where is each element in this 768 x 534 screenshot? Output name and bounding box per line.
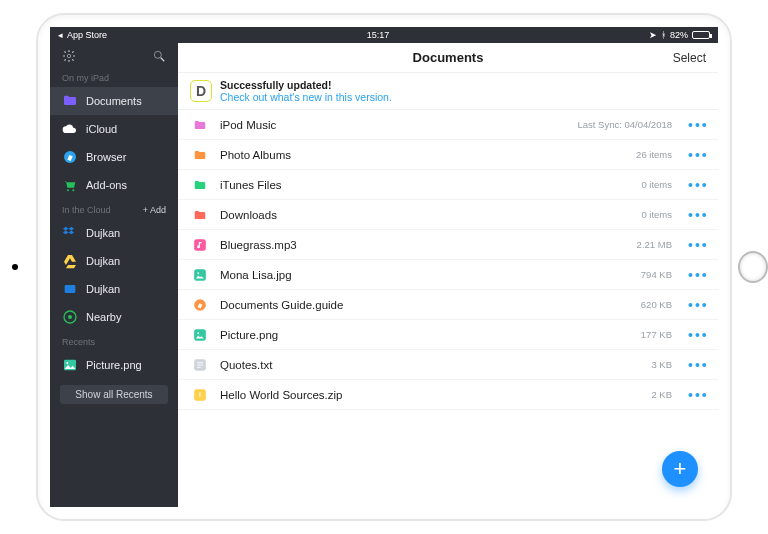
- file-row[interactable]: iPod Music Last Sync: 04/04/2018 •••: [178, 110, 718, 140]
- sidebar-item-label: Dujkan: [86, 227, 120, 239]
- folder-icon: [62, 93, 78, 109]
- sidebar-item-label: Nearby: [86, 311, 121, 323]
- file-name: Bluegrass.mp3: [220, 239, 627, 251]
- sidebar-item-dujkan[interactable]: Dujkan: [50, 219, 178, 247]
- backapp-icon: ◂: [58, 30, 63, 40]
- svg-point-5: [72, 189, 74, 191]
- status-bar: ◂ App Store 15:17 ➤ ᚼ 82%: [50, 27, 718, 43]
- battery-text: 82%: [670, 30, 688, 40]
- svg-point-16: [197, 332, 199, 334]
- file-row[interactable]: Documents Guide.guide 620 KB •••: [178, 290, 718, 320]
- svg-point-8: [68, 315, 72, 319]
- cloud-icon: [62, 121, 78, 137]
- svg-text:i: i: [199, 391, 201, 398]
- file-row[interactable]: Bluegrass.mp3 2.21 MB •••: [178, 230, 718, 260]
- zip-icon: i: [190, 385, 210, 405]
- status-left: App Store: [67, 30, 107, 40]
- sidebar-item-label: Dujkan: [86, 283, 120, 295]
- file-name: Quotes.txt: [220, 359, 641, 371]
- add-cloud-button[interactable]: + Add: [143, 205, 166, 215]
- audio-icon: [190, 235, 210, 255]
- more-button[interactable]: •••: [688, 177, 706, 193]
- file-meta: 0 items: [641, 209, 672, 220]
- svg-rect-12: [194, 269, 206, 281]
- cart-icon: [62, 177, 78, 193]
- drive-icon: [62, 253, 78, 269]
- sidebar-item-label: Browser: [86, 151, 126, 163]
- file-name: Mona Lisa.jpg: [220, 269, 631, 281]
- nearby-icon: [62, 309, 78, 325]
- file-row[interactable]: iTunes Files 0 items •••: [178, 170, 718, 200]
- more-button[interactable]: •••: [688, 357, 706, 373]
- sidebar-item-add-ons[interactable]: Add-ons: [50, 171, 178, 199]
- gear-icon[interactable]: [62, 49, 76, 63]
- main-panel: Documents Select D Successfully updated!…: [178, 43, 718, 507]
- sidebar-item-nearby[interactable]: Nearby: [50, 303, 178, 331]
- file-row[interactable]: Photo Albums 26 items •••: [178, 140, 718, 170]
- search-icon[interactable]: [152, 49, 166, 63]
- file-meta: 2.21 MB: [637, 239, 672, 250]
- ipad-frame: ◂ App Store 15:17 ➤ ᚼ 82%: [36, 13, 732, 521]
- file-row[interactable]: Picture.png 177 KB •••: [178, 320, 718, 350]
- file-name: iTunes Files: [220, 179, 631, 191]
- location-icon: ➤: [649, 30, 657, 40]
- more-button[interactable]: •••: [688, 297, 706, 313]
- file-meta: 26 items: [636, 149, 672, 160]
- section-recents: Recents: [50, 331, 178, 351]
- file-name: Hello World Sources.zip: [220, 389, 641, 401]
- file-name: iPod Music: [220, 119, 567, 131]
- sidebar-item-browser[interactable]: Browser: [50, 143, 178, 171]
- file-meta: 620 KB: [641, 299, 672, 310]
- svg-point-13: [197, 272, 199, 274]
- banner-sublink[interactable]: Check out what's new in this version.: [220, 91, 392, 103]
- sidebar-item-icloud[interactable]: iCloud: [50, 115, 178, 143]
- show-all-recents-button[interactable]: Show all Recents: [60, 385, 168, 404]
- compass-icon: [62, 149, 78, 165]
- battery-icon: [692, 31, 710, 39]
- svg-point-0: [67, 54, 71, 58]
- sidebar-item-picture.png[interactable]: Picture.png: [50, 351, 178, 379]
- file-name: Downloads: [220, 209, 631, 221]
- banner-heading: Successfully updated!: [220, 79, 392, 91]
- image-icon: [62, 357, 78, 373]
- file-meta: 0 items: [641, 179, 672, 190]
- add-fab-button[interactable]: +: [662, 451, 698, 487]
- title-bar: Documents Select: [178, 43, 718, 73]
- file-row[interactable]: i Hello World Sources.zip 2 KB •••: [178, 380, 718, 410]
- svg-rect-6: [65, 285, 76, 293]
- music-folder-icon: [190, 115, 210, 135]
- sidebar-item-label: Add-ons: [86, 179, 127, 191]
- svg-point-10: [66, 362, 68, 364]
- sidebar-item-dujkan[interactable]: Dujkan: [50, 247, 178, 275]
- text-icon: [190, 355, 210, 375]
- status-time: 15:17: [367, 30, 390, 40]
- more-button[interactable]: •••: [688, 387, 706, 403]
- file-list[interactable]: iPod Music Last Sync: 04/04/2018 ••• Pho…: [178, 110, 718, 507]
- guide-icon: [190, 295, 210, 315]
- file-meta: 2 KB: [651, 389, 672, 400]
- home-button[interactable]: [738, 251, 768, 283]
- sidebar-item-dujkan[interactable]: Dujkan: [50, 275, 178, 303]
- more-button[interactable]: •••: [688, 267, 706, 283]
- sidebar-item-documents[interactable]: Documents: [50, 87, 178, 115]
- file-row[interactable]: Quotes.txt 3 KB •••: [178, 350, 718, 380]
- camera-dot: [0, 264, 30, 270]
- more-button[interactable]: •••: [688, 117, 706, 133]
- file-name: Photo Albums: [220, 149, 626, 161]
- image-icon: [190, 265, 210, 285]
- file-row[interactable]: Downloads 0 items •••: [178, 200, 718, 230]
- update-banner[interactable]: D Successfully updated! Check out what's…: [178, 73, 718, 110]
- file-row[interactable]: Mona Lisa.jpg 794 KB •••: [178, 260, 718, 290]
- more-button[interactable]: •••: [688, 327, 706, 343]
- more-button[interactable]: •••: [688, 147, 706, 163]
- file-name: Documents Guide.guide: [220, 299, 631, 311]
- app-logo-icon: D: [190, 80, 212, 102]
- select-button[interactable]: Select: [673, 51, 706, 65]
- bluetooth-icon: ᚼ: [661, 30, 666, 40]
- dropbox-icon: [62, 225, 78, 241]
- sidebar-item-label: iCloud: [86, 123, 117, 135]
- svg-rect-15: [194, 329, 206, 341]
- more-button[interactable]: •••: [688, 207, 706, 223]
- sidebar-item-label: Documents: [86, 95, 142, 107]
- more-button[interactable]: •••: [688, 237, 706, 253]
